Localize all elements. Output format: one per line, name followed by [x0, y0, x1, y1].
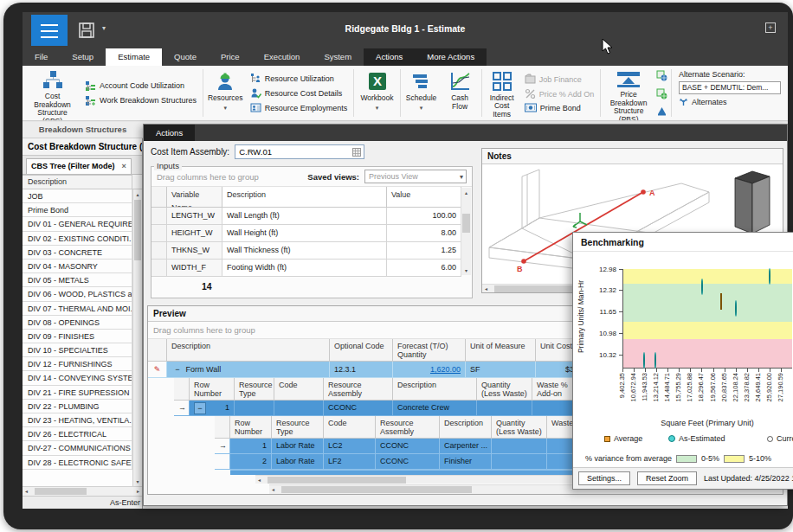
globe-green-icon[interactable] — [656, 88, 667, 99]
workbook-button[interactable]: X Workbook ▾ — [356, 67, 398, 119]
group-by-hint[interactable]: Drag columns here to group — [157, 172, 302, 182]
resource-employments-button[interactable]: Resource Employments — [250, 102, 348, 113]
crew-assembly-cell[interactable]: CCONC — [324, 401, 393, 416]
cbs-tree-item[interactable]: DIV 07 - THERMAL AND MOI... — [23, 302, 132, 316]
input-variable-row[interactable]: WIDTH_FFooting Width (ft)6.00 — [152, 260, 472, 277]
cbs-tree-item[interactable]: DIV 21 - FIRE SUPRESSION — [23, 386, 132, 400]
pbs-button[interactable]: Price Breakdown Structure (PBS) — [603, 67, 654, 119]
variable-description-cell[interactable]: Wall Length (ft) — [222, 208, 387, 225]
forecast-quantity-link[interactable]: 1,620.00 — [430, 365, 461, 374]
cbs-tree-item[interactable]: DIV 08 - OPENINGS — [23, 316, 132, 330]
forecast-quantity-cell[interactable]: 1,620.00 — [393, 362, 466, 378]
prime-bond-button[interactable]: Prime Bond — [525, 103, 595, 112]
variable-name-cell[interactable]: THKNS_W — [167, 242, 222, 260]
scrollbar-thumb[interactable] — [268, 477, 406, 484]
funnel-icon[interactable] — [656, 106, 667, 116]
cbs-tree-item[interactable]: DIV 12 - FURNISHINGS — [23, 357, 132, 371]
price-add-on-button[interactable]: Price % Add On — [525, 88, 595, 99]
col-variable-name[interactable]: Variable Name — [167, 187, 222, 208]
cbs-tree-item[interactable]: DIV 23 - HEATING, VENTILA... — [23, 413, 132, 427]
as-estimated-point[interactable] — [654, 353, 656, 369]
cbs-tree-item[interactable]: DIV 09 - FINISHES — [23, 330, 132, 343]
as-estimated-point[interactable] — [769, 269, 770, 285]
variable-value-cell[interactable]: 6.00 — [387, 260, 461, 277]
reset-zoom-button[interactable]: Reset Zoom — [637, 471, 697, 485]
alternates-button[interactable]: Alternates — [679, 97, 781, 106]
col-unit-of-measure[interactable]: Unit of Measure — [466, 339, 536, 362]
cbs-tree-item[interactable]: Prime Bond — [23, 203, 132, 217]
cbs-tree-item[interactable]: DIV 10 - SPECIALTIES — [23, 343, 132, 357]
saved-views-select[interactable]: Previous View ▾ — [364, 170, 467, 183]
schedule-button[interactable]: Schedule ▾ — [403, 67, 441, 119]
variable-name-cell[interactable]: WIDTH_F — [167, 260, 222, 277]
variable-value-cell[interactable]: 1.25 — [387, 242, 461, 260]
scroll-down-icon[interactable]: ▾ — [461, 267, 471, 273]
scroll-up-icon[interactable]: ▴ — [133, 191, 142, 197]
resources-button[interactable]: Resources ▾ — [205, 67, 246, 119]
cbs-tree-item[interactable]: DIV 22 - PLUMBING — [23, 400, 132, 413]
resource-cost-details-button[interactable]: Resource Cost Details — [250, 87, 348, 99]
scroll-left-icon[interactable]: ◂ — [258, 476, 261, 484]
currency-mode-status[interactable]: As-Enter — [23, 496, 142, 509]
menu-tab-file[interactable]: File — [23, 48, 60, 66]
scroll-left-icon[interactable]: ◂ — [25, 487, 28, 496]
input-variable-row[interactable]: THKNS_WWall Thickness (ft)1.25 — [152, 242, 472, 260]
cbs-tree-item[interactable]: DIV 01 - GENERAL REQUIRE... — [23, 217, 132, 231]
cbs-tree-item[interactable]: DIV 04 - MASONRY — [23, 260, 132, 273]
cbs-tree-item[interactable]: DIV 14 - CONVEYING SYSTEMS — [23, 371, 132, 385]
collapse-icon[interactable]: − — [171, 362, 184, 376]
cbs-tree-item[interactable]: DIV 06 - WOOD, PLASTICS a... — [23, 287, 132, 301]
unit-of-measure-cell[interactable]: SF — [466, 362, 536, 378]
scrollbar-thumb[interactable] — [35, 488, 87, 495]
as-estimated-point[interactable] — [701, 279, 703, 295]
scroll-down-icon[interactable]: ▾ — [133, 478, 142, 484]
as-estimated-point[interactable] — [643, 353, 645, 369]
cbs-tree-item[interactable]: JOB — [23, 189, 132, 203]
scroll-right-icon[interactable]: ▸ — [137, 487, 139, 496]
cbs-button[interactable]: Cost Breakdown Structure (CBS) — [24, 67, 81, 119]
scrollbar-thumb[interactable] — [281, 486, 472, 493]
indirect-cost-items-button[interactable]: Indirect Cost Items — [484, 67, 520, 119]
menu-tab-more-actions[interactable]: More Actions — [415, 48, 487, 66]
cbs-tree-item[interactable]: DIV 02 - EXISTING CONDITI... — [23, 232, 132, 246]
collapse-icon[interactable]: − — [194, 402, 206, 414]
col-forecast-quantity[interactable]: Forecast (T/O) Quantity — [393, 339, 466, 362]
variable-description-cell[interactable]: Wall Thickness (ft) — [222, 242, 387, 260]
cbs-tree-item[interactable]: DIV-27 - COMMUNICATIONS — [23, 441, 132, 455]
cbs-horizontal-scrollbar[interactable]: ◂ ▸ — [23, 486, 142, 496]
description-column-header[interactable]: Description — [23, 175, 132, 189]
variable-name-cell[interactable]: HEIGHT_W — [167, 225, 222, 242]
variable-description-cell[interactable]: Footing Width (ft) — [222, 260, 387, 277]
col-value[interactable]: Value — [387, 187, 461, 208]
job-finance-button[interactable]: Job Finance — [525, 74, 595, 85]
cash-flow-button[interactable]: Cash Flow — [440, 67, 479, 119]
resource-utilization-button[interactable]: Resource Utilization — [250, 73, 348, 84]
settings-button[interactable]: Settings... — [578, 471, 630, 485]
close-icon[interactable]: × — [122, 159, 126, 174]
col-optional-code[interactable]: Optional Code — [330, 339, 393, 362]
scrollbar-thumb[interactable] — [462, 214, 470, 233]
menu-tab-execution[interactable]: Execution — [252, 48, 313, 66]
input-variable-row[interactable]: LENGTH_WWall Length (ft)100.00 — [152, 208, 472, 225]
crew-description-cell[interactable]: Concrete Crew — [393, 401, 477, 416]
actions-tab[interactable]: Actions — [144, 125, 195, 141]
menu-tab-estimate[interactable]: Estimate — [106, 48, 162, 66]
benchmark-plot-area[interactable] — [622, 269, 792, 369]
cbs-tree-item[interactable]: DIV 26 - ELECTRICAL — [23, 427, 132, 441]
globe-blue-icon[interactable] — [656, 70, 667, 81]
as-estimated-point[interactable] — [735, 301, 737, 317]
cbs-vertical-scrollbar[interactable]: ▴ ▾ — [132, 189, 142, 486]
scrollbar-thumb[interactable] — [134, 200, 141, 260]
variable-value-cell[interactable]: 8.00 — [387, 225, 461, 242]
menu-tab-system[interactable]: System — [312, 48, 364, 66]
variable-description-cell[interactable]: Wall Height (ft) — [222, 225, 387, 242]
cbs-tree-item[interactable]: DIV 28 - ELECTRONIC SAFET... — [23, 456, 132, 470]
scroll-left-icon[interactable]: ◂ — [272, 485, 274, 494]
col-description[interactable]: Description — [222, 187, 387, 208]
input-variable-row[interactable]: HEIGHT_WWall Height (ft)8.00 — [152, 225, 472, 242]
cbs-tree-item[interactable]: DIV 05 - METALS — [23, 273, 132, 287]
menu-tab-price[interactable]: Price — [209, 48, 252, 66]
col-description[interactable]: Description — [167, 339, 330, 362]
average-point[interactable] — [720, 294, 722, 310]
alternate-scenario-select[interactable]: BASE + DEMUTIL: Dem... — [679, 81, 781, 94]
